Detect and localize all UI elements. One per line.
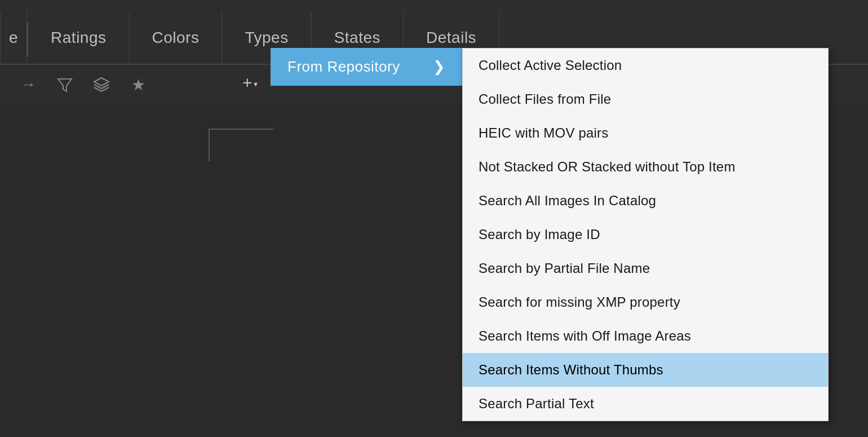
menu-item-search-image-id-label: Search by Image ID: [479, 227, 600, 242]
add-button[interactable]: + ▾: [242, 73, 258, 92]
tab-types-label: Types: [245, 29, 288, 47]
svg-marker-0: [58, 79, 72, 91]
from-repository-chevron: ❯: [433, 58, 446, 76]
arrow-symbol: →: [20, 76, 36, 94]
tab-ratings[interactable]: Ratings: [28, 11, 129, 64]
menu-item-heic-mov-label: HEIC with MOV pairs: [479, 125, 609, 140]
arrow-icon[interactable]: →: [17, 73, 39, 96]
menu-item-search-partial-text-label: Search Partial Text: [479, 396, 594, 411]
tab-colors-label: Colors: [152, 29, 200, 47]
from-repository-menu-item[interactable]: From Repository ❯: [271, 48, 462, 86]
menu-item-search-image-id[interactable]: Search by Image ID: [463, 218, 828, 251]
layers-svg: [93, 77, 110, 92]
connector-horizontal: [209, 129, 273, 130]
menu-item-search-off-image[interactable]: Search Items with Off Image Areas: [463, 319, 828, 353]
plus-icon: +: [242, 73, 253, 92]
menu-item-search-all-label: Search All Images In Catalog: [479, 193, 656, 208]
layers-icon[interactable]: [90, 73, 113, 96]
connector-vertical: [209, 129, 210, 161]
star-symbol: ★: [131, 76, 145, 94]
menu-item-search-partial-name[interactable]: Search by Partial File Name: [463, 251, 828, 285]
menu-item-collect-active-label: Collect Active Selection: [479, 58, 622, 73]
menu-item-search-all[interactable]: Search All Images In Catalog: [463, 184, 828, 218]
tab-colors[interactable]: Colors: [130, 11, 223, 64]
star-icon[interactable]: ★: [127, 73, 149, 96]
tab-details-label: Details: [426, 29, 476, 47]
tab-ratings-label: Ratings: [51, 29, 106, 47]
tab-partial[interactable]: e: [0, 11, 27, 64]
menu-item-not-stacked-label: Not Stacked OR Stacked without Top Item: [479, 159, 736, 174]
filter-svg: [57, 77, 73, 92]
menu-item-collect-files[interactable]: Collect Files from File: [463, 82, 828, 116]
menu-item-search-partial-text[interactable]: Search Partial Text: [463, 387, 828, 421]
menu-item-collect-files-label: Collect Files from File: [479, 91, 611, 107]
menu-item-search-missing-xmp-label: Search for missing XMP property: [479, 294, 680, 310]
dropdown-arrow-icon: ▾: [254, 80, 258, 89]
menu-item-search-off-image-label: Search Items with Off Image Areas: [479, 328, 691, 343]
tab-partial-label: e: [9, 29, 18, 47]
menu-item-search-missing-xmp[interactable]: Search for missing XMP property: [463, 285, 828, 319]
menu-item-search-partial-name-label: Search by Partial File Name: [479, 261, 650, 276]
filter-icon[interactable]: [54, 73, 76, 96]
svg-marker-1: [94, 78, 109, 86]
menu-item-collect-active[interactable]: Collect Active Selection: [463, 48, 828, 82]
menu-item-not-stacked[interactable]: Not Stacked OR Stacked without Top Item: [463, 150, 828, 184]
menu-item-search-without-thumbs[interactable]: Search Items Without Thumbs: [463, 353, 828, 387]
tab-states-label: States: [334, 29, 380, 47]
menu-item-search-without-thumbs-label: Search Items Without Thumbs: [479, 362, 663, 377]
from-repository-label: From Repository: [287, 58, 400, 76]
menu-item-heic-mov[interactable]: HEIC with MOV pairs: [463, 116, 828, 150]
submenu: Collect Active Selection Collect Files f…: [462, 48, 829, 421]
